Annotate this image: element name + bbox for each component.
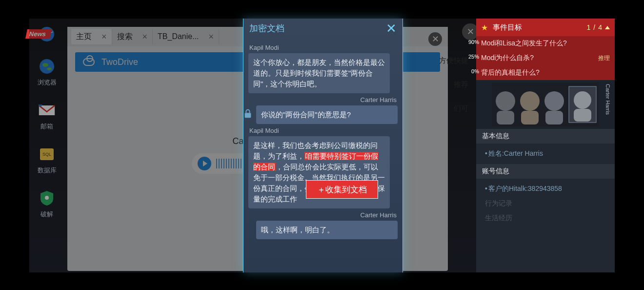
svg-point-17 [574, 91, 591, 109]
chevron-up-icon[interactable] [605, 26, 610, 29]
account-info: •客户的Hitalk:382943858 行为记录 生活经历 [476, 179, 615, 228]
svg-rect-18 [574, 109, 591, 122]
dock-label: 数据库 [38, 166, 57, 175]
close-icon[interactable]: ✕ [386, 21, 397, 36]
goal-tag: 推理 [598, 54, 610, 62]
info-dim: 行为记录 [482, 196, 609, 211]
goal-percent: 25% [463, 54, 479, 62]
goal-text: Modi和Lisa之间发生了什么? [481, 39, 567, 48]
count-current: 1 [587, 23, 591, 31]
goals-header: ★ 事件目标 1/4 [476, 19, 615, 36]
database-icon: SQL [38, 145, 56, 163]
avatar-strip[interactable]: Carter Harris [476, 80, 615, 129]
goal-percent: 0% [463, 68, 479, 77]
shield-icon [38, 189, 56, 207]
svg-point-3 [42, 63, 48, 67]
dock-label: 浏览器 [38, 78, 57, 87]
collect-button[interactable]: ＋收集到文档 [306, 180, 378, 199]
svg-rect-11 [497, 111, 514, 124]
tab-label: 搜索 [117, 32, 133, 42]
label: 客户的Hitalk: [488, 185, 528, 192]
info-line: •姓名:Carter Harris [482, 146, 609, 161]
bg-right-text: 方便快捷 推荐 们可 [400, 27, 473, 271]
window-close-button[interactable]: ✕ [428, 32, 442, 46]
svg-point-14 [544, 91, 564, 111]
bg-text: 推荐 [405, 80, 468, 89]
goal-item[interactable]: 90% Modi和Lisa之间发生了什么? [476, 36, 615, 51]
value: 382943858 [528, 185, 562, 192]
globe-icon [38, 58, 56, 75]
chat-title: 加密文档 [249, 22, 284, 34]
value: Carter Harris [504, 149, 543, 157]
chat-bubble[interactable]: 哦，这样啊，明白了。 [256, 221, 398, 239]
basic-info: •姓名:Carter Harris [476, 144, 615, 164]
dock-mail[interactable]: 邮箱 [38, 102, 56, 131]
chat-sender: Carter Harris [249, 96, 397, 104]
goal-text: 背后的真相是什么? [481, 68, 540, 77]
svg-rect-15 [545, 111, 563, 124]
bg-text: 们可 [405, 104, 468, 113]
chat-sender: Kapil Modi [249, 44, 397, 51]
section-title: 账号信息 [476, 164, 615, 179]
chat-panel: 加密文档 ✕ Kapil Modi 这个你放心，都是朋友，当然价格是最公道的。只… [243, 19, 403, 272]
svg-point-10 [496, 91, 515, 111]
section-title: 基本信息 [476, 129, 615, 144]
label: 姓名: [488, 149, 504, 157]
chat-header: 加密文档 ✕ [243, 19, 402, 38]
bg-text: 方便快捷 [405, 56, 468, 65]
chat-sender: Kapil Modi [249, 127, 397, 134]
dock-label: 邮箱 [40, 122, 53, 131]
dock-browser[interactable]: 浏览器 [38, 58, 57, 87]
dock-database[interactable]: SQL 数据库 [38, 145, 57, 175]
address-text: TwoDrive [101, 57, 138, 67]
goal-text: Modi为什么自杀? [481, 54, 534, 62]
chat-body: Kapil Modi 这个你放心，都是朋友，当然价格是最公道的。只是到时候我们需… [243, 38, 402, 268]
tab-label: 主页 [76, 32, 92, 42]
svg-rect-8 [245, 113, 251, 118]
dock-label: 破解 [40, 210, 53, 219]
tab-home[interactable]: 主页× [71, 29, 112, 44]
tab-label: TB_Danie... [158, 32, 199, 41]
mail-icon [38, 102, 56, 119]
news-badge: News [25, 29, 52, 39]
chat-bubble[interactable]: 这个你放心，都是朋友，当然价格是最公道的。只是到时候我们需要签"两份合同"，这个… [248, 53, 390, 93]
tab-search[interactable]: 搜索× [112, 29, 153, 44]
play-icon[interactable] [198, 157, 211, 170]
goal-percent: 90% [463, 39, 479, 48]
lock-icon [243, 108, 253, 119]
goal-item[interactable]: 0% 背后的真相是什么? [476, 65, 615, 80]
tab-file[interactable]: TB_Danie...× [153, 29, 219, 44]
svg-point-7 [45, 196, 49, 200]
svg-rect-13 [521, 111, 539, 124]
close-icon[interactable]: × [101, 32, 107, 42]
goals-title: 事件目标 [493, 23, 522, 32]
chat-sender: Carter Harris [249, 211, 397, 219]
close-icon[interactable]: × [209, 32, 214, 42]
svg-point-12 [520, 91, 540, 111]
dock-hack[interactable]: 破解 [38, 189, 56, 219]
svg-text:SQL: SQL [42, 152, 51, 157]
info-line: •客户的Hitalk:382943858 [482, 182, 609, 196]
goal-item[interactable]: 25% Modi为什么自杀? 推理 [476, 51, 615, 65]
star-icon: ★ [481, 23, 488, 32]
count-total: 4 [598, 23, 602, 31]
close-icon[interactable]: × [142, 32, 148, 42]
svg-point-4 [47, 67, 52, 70]
app-dock: 浏览器 邮箱 SQL 数据库 破解 [29, 19, 64, 272]
avatar-label: Carter Harris [605, 84, 611, 115]
chat-text: 你说的"两份合同"的意思是? [261, 110, 351, 119]
goals-count: 1/4 [587, 23, 610, 31]
goals-panel: ★ 事件目标 1/4 90% Modi和Lisa之间发生了什么? 25% Mod… [476, 19, 615, 272]
chat-bubble[interactable]: 你说的"两份合同"的意思是? [256, 105, 398, 124]
info-dim: 生活经历 [482, 211, 609, 226]
cloud-icon [83, 58, 95, 66]
